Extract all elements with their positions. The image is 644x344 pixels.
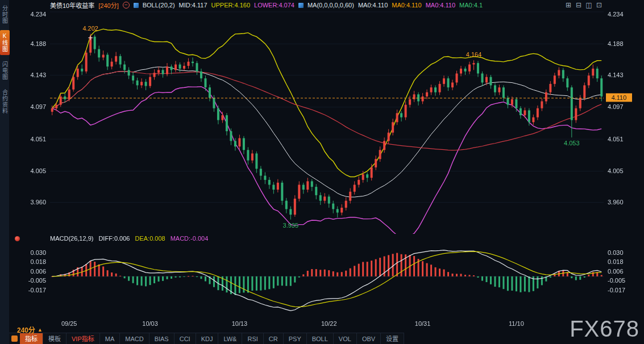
ma-legend-icon <box>298 3 304 8</box>
ma-label: MA(0,0,0,0,0,60) <box>308 2 354 9</box>
trading-terminal: 分时图 K线图 闪电图 合约资料 美债10年收益率 [240分] − BOLL(… <box>0 0 644 344</box>
tab-vol[interactable]: VOL <box>334 333 357 344</box>
sidebar-item-contract-info[interactable]: 合约资料 <box>0 86 10 117</box>
boll-mid-value: MID:4.117 <box>179 2 207 9</box>
bottom-tabbar: 指标 模板 VIP指标 MA MACD BIAS CCI KDJ LW& RSI… <box>9 333 404 344</box>
triangle-up-icon: ▲ <box>38 327 43 333</box>
main-chart-canvas[interactable] <box>9 10 644 234</box>
macd-dea-value: DEA:0.008 <box>135 235 165 242</box>
left-sidebar: 分时图 K线图 闪电图 合约资料 <box>0 0 9 344</box>
chart-header: 美债10年收益率 [240分] − BOLL(20,2) MID:4.117 U… <box>9 0 644 10</box>
tab-macd[interactable]: MACD <box>120 333 149 344</box>
period-badge[interactable]: [240分] <box>98 1 118 10</box>
macd-header: MACD(26,12,9) DIFF:0.006 DEA:0.008 MACD:… <box>9 233 644 244</box>
tab-vip-indicator[interactable]: VIP指标 <box>67 333 100 344</box>
tab-rsi[interactable]: RSI <box>242 333 263 344</box>
indicator-menu-icon[interactable] <box>11 335 18 342</box>
boll-legend-icon <box>134 3 139 8</box>
macd-macd-value: MACD:-0.004 <box>171 235 209 242</box>
tab-indicator[interactable]: 指标 <box>20 333 43 344</box>
tab-settings[interactable]: 设置 <box>381 333 404 344</box>
ma-value-1: MA0:4.110 <box>358 2 388 9</box>
macd-indicator-icon[interactable] <box>15 236 20 241</box>
macd-chart-canvas[interactable] <box>9 245 644 332</box>
tab-cr[interactable]: CR <box>264 333 284 344</box>
ma-value-2: MA0:4.110 <box>392 2 421 9</box>
sidebar-item-lightning-chart[interactable]: 闪电图 <box>0 58 10 83</box>
footer-period-selector[interactable]: 240分 ▲ <box>17 325 43 334</box>
layout-split-icon[interactable]: ⊟ <box>575 1 583 9</box>
tab-psy[interactable]: PSY <box>284 333 307 344</box>
macd-label: MACD(26,12,9) <box>50 235 93 242</box>
ma-value-4: MA0:4.1 <box>459 2 483 9</box>
sidebar-item-time-chart[interactable]: 分时图 <box>0 2 10 27</box>
footer-period-label: 240分 <box>17 325 35 334</box>
boll-upper-value: UPPER:4.160 <box>211 2 250 9</box>
tab-template[interactable]: 模板 <box>43 333 67 344</box>
layout-grid-icon[interactable]: ⊞ <box>564 1 572 9</box>
window-layout-buttons: ⊞ ⊟ ◫ ⊡ <box>564 1 603 9</box>
tab-cci[interactable]: CCI <box>174 333 196 344</box>
boll-lower-value: LOWER:4.074 <box>254 2 294 9</box>
fx678-watermark: FX678 <box>570 316 639 342</box>
macd-diff-value: DIFF:0.006 <box>98 235 130 242</box>
tab-boll[interactable]: BOLL <box>307 333 334 344</box>
collapse-circle-icon[interactable]: − <box>123 2 130 9</box>
layout-single-icon[interactable]: ⊡ <box>595 1 603 9</box>
tab-kdj[interactable]: KDJ <box>196 333 219 344</box>
instrument-title: 美债10年收益率 <box>50 1 94 10</box>
tab-ma[interactable]: MA <box>100 333 121 344</box>
tab-bias[interactable]: BIAS <box>149 333 174 344</box>
tab-lw[interactable]: LW& <box>218 333 242 344</box>
boll-label: BOLL(20,2) <box>143 2 175 9</box>
layout-half-icon[interactable]: ◫ <box>585 1 593 9</box>
ma-value-3: MA0:4.110 <box>426 2 455 9</box>
tab-obv[interactable]: OBV <box>357 333 381 344</box>
sidebar-item-kline-chart[interactable]: K线图 <box>0 30 10 55</box>
